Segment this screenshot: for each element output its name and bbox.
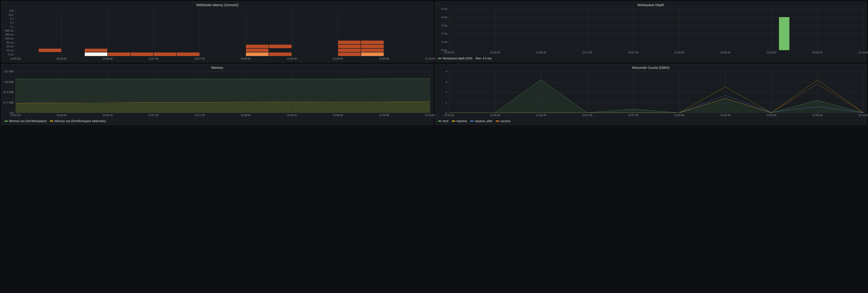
- heatmap-cell[interactable]: [338, 45, 361, 49]
- heatmap-cell[interactable]: [338, 52, 361, 56]
- legend-item[interactable]: requeue_after: [470, 119, 492, 123]
- legend-label: error: [442, 119, 448, 123]
- heatmap-cell[interactable]: [85, 52, 107, 56]
- legend-item[interactable]: Memory use (DevWorkspace webhooks): [50, 119, 106, 123]
- panel-workqueue-depth[interactable]: i Workqueue Depth 0 req1 req2 req3 req4 …: [435, 1, 867, 62]
- heatmap-cell[interactable]: [38, 49, 61, 53]
- panel-reconcile-counts[interactable]: Reconcile Counts (DWO) 01234 15:05:3015:…: [435, 64, 867, 125]
- heatmap-cell[interactable]: [361, 45, 384, 49]
- info-icon[interactable]: i: [437, 3, 437, 5]
- panel-title: Reconcile Counts (DWO): [435, 64, 866, 70]
- heatmap-cell[interactable]: [269, 52, 292, 56]
- heatmap-cell[interactable]: [361, 49, 384, 53]
- heatmap-cell[interactable]: [338, 49, 361, 53]
- heatmap-cell[interactable]: [361, 52, 384, 56]
- legend-label: requeue_after: [474, 119, 492, 123]
- panel-webhooks-latency[interactable]: Webhooks latency (/convert) 5 ms10 ms25 …: [1, 1, 433, 62]
- legend-label: Workqueue depth (DW): [442, 57, 472, 60]
- heatmap-cell[interactable]: [338, 40, 361, 45]
- legend-label: Memory use (DevWorkspace webhooks): [54, 119, 106, 123]
- heatmap-cell[interactable]: [269, 45, 292, 49]
- legend: Workqueue depth (DW) Max: 4.0 req: [435, 56, 866, 62]
- heatmap-cell[interactable]: [131, 52, 154, 56]
- heatmap-cell[interactable]: [246, 52, 269, 56]
- legend-item[interactable]: requeue: [452, 119, 467, 123]
- chart-body: 0 B47.7 MiB95.4 MiB143 MiB191 MiB 15:05:…: [2, 70, 433, 118]
- bar[interactable]: [779, 17, 789, 50]
- heatmap-cell[interactable]: [107, 52, 131, 56]
- bar-area[interactable]: [449, 9, 864, 50]
- heatmap-cell[interactable]: [361, 40, 384, 45]
- area-chart[interactable]: [16, 71, 430, 113]
- heatmap-area[interactable]: [16, 9, 430, 56]
- heatmap-cell[interactable]: [177, 52, 200, 56]
- heatmap-cell[interactable]: [246, 45, 269, 49]
- panel-memory[interactable]: Memory 0 B47.7 MiB95.4 MiB143 MiB191 MiB…: [1, 64, 433, 125]
- legend-item[interactable]: error: [438, 119, 448, 123]
- heatmap-cell[interactable]: [85, 49, 107, 53]
- legend: error requeue requeue_after success: [435, 118, 866, 125]
- heatmap-cell[interactable]: [246, 49, 269, 53]
- legend: Memory use (DevWorkspace) Memory use (De…: [2, 118, 433, 125]
- chart-body: 0 req1 req2 req3 req4 req5 req 15:05:301…: [435, 8, 866, 56]
- legend-label: requeue: [456, 119, 467, 123]
- chart-body: 5 ms10 ms25 ms50 ms100 ms250 ms500 ms1 s…: [2, 8, 433, 62]
- legend-extra: Max: 4.0 req: [475, 57, 492, 60]
- legend-label: success: [500, 119, 510, 123]
- chart-body: 01234 15:05:3015:06:0015:06:3015:07:0015…: [435, 70, 866, 118]
- legend-item[interactable]: Workqueue depth (DW) Max: 4.0 req: [438, 57, 492, 60]
- legend-item[interactable]: Memory use (DevWorkspace): [4, 119, 46, 123]
- line-chart[interactable]: [449, 71, 864, 113]
- heatmap-cell[interactable]: [154, 52, 177, 56]
- panel-title: Workqueue Depth: [435, 2, 866, 8]
- legend-item[interactable]: success: [496, 119, 510, 123]
- legend-label: Memory use (DevWorkspace): [9, 119, 46, 123]
- panel-title: Webhooks latency (/convert): [2, 2, 433, 8]
- panel-title: Memory: [2, 64, 433, 70]
